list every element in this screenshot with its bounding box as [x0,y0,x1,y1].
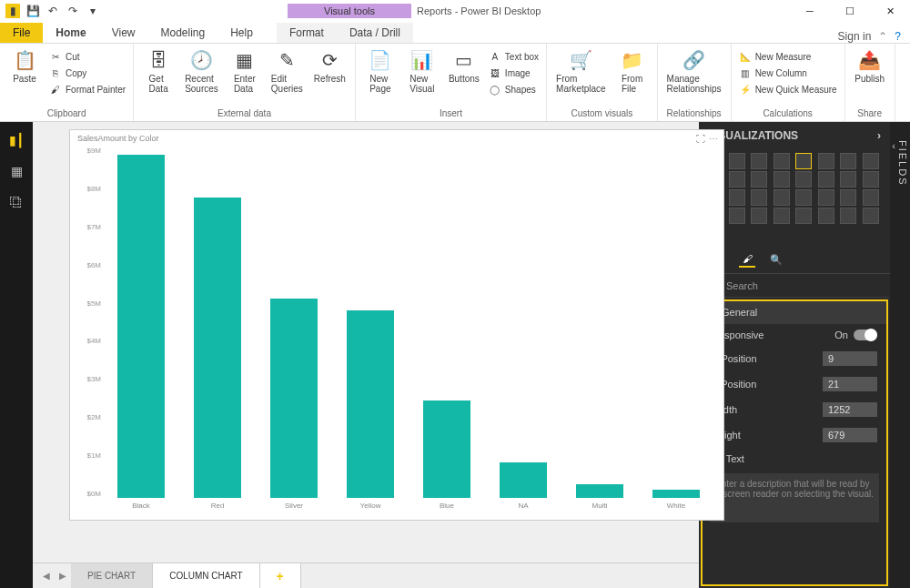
page-tab-pie[interactable]: PIE CHART [71,563,153,588]
bar-blue[interactable] [423,400,470,498]
close-button[interactable]: ✕ [870,0,910,22]
page-next-icon[interactable]: ▶ [55,571,71,581]
bar-yellow[interactable] [347,310,394,498]
page-prev-icon[interactable]: ◀ [38,571,55,581]
viz-type-22[interactable] [840,189,856,206]
viz-type-27[interactable] [774,208,790,224]
new-quick-measure-button[interactable]: ⚡New Quick Measure [737,82,839,96]
bar-na[interactable] [500,462,547,498]
visual-more-icon[interactable]: ⋯ [709,134,718,144]
xpos-input[interactable]: 9 [823,351,877,366]
format-painter-button[interactable]: 🖌Format Painter [47,82,127,96]
tab-home[interactable]: Home [43,23,98,43]
alt-text-input[interactable]: Enter a description that will be read by… [710,473,879,522]
tab-data-drill[interactable]: Data / Drill [337,23,413,43]
general-header[interactable]: ∧ General [703,301,886,324]
redo-icon[interactable]: ↷ [66,4,80,18]
viz-type-14[interactable] [840,171,856,188]
minimize-button[interactable]: ─ [790,0,830,22]
viz-type-20[interactable] [795,189,812,206]
data-view-icon[interactable]: ▦ [7,162,25,180]
viz-type-17[interactable] [729,189,745,206]
manage-relationships-button[interactable]: 🔗Manage Relationships [663,46,725,96]
page-tab-add[interactable]: + [260,563,301,588]
viz-type-5[interactable] [818,153,834,169]
page-tab-column[interactable]: COLUMN CHART [153,563,259,588]
save-icon[interactable]: 💾 [25,4,40,18]
new-column-button[interactable]: ▥New Column [737,66,839,80]
enter-data-button[interactable]: ▦Enter Data [226,46,264,96]
viz-type-31[interactable] [863,208,879,224]
tab-modeling[interactable]: Modeling [147,23,217,43]
column-chart-visual[interactable]: ⛶ ⋯ SalesAmount by Color $9M$8M$7M$6M$5M… [69,129,724,521]
viz-type-28[interactable] [795,208,812,224]
publish-button[interactable]: 📤Publish [851,46,889,86]
viz-type-23[interactable] [863,189,879,206]
viz-type-6[interactable] [840,153,856,169]
bar-multi[interactable] [576,484,623,498]
ypos-input[interactable]: 21 [823,377,877,391]
bar-white[interactable] [652,490,700,498]
viz-type-29[interactable] [818,208,834,224]
viz-type-25[interactable] [729,208,745,224]
bar-black[interactable] [117,155,165,498]
viz-type-11[interactable] [774,171,790,188]
qat-more-icon[interactable]: ▾ [86,4,100,18]
cut-button[interactable]: ✂Cut [47,49,127,64]
chevron-right-icon[interactable]: › [877,129,881,142]
bar-red[interactable] [194,198,241,498]
viz-type-7[interactable] [863,153,879,169]
viz-type-12[interactable] [795,171,812,188]
viz-type-18[interactable] [751,189,767,206]
report-canvas[interactable]: ⛶ ⋯ SalesAmount by Color $9M$8M$7M$6M$5M… [33,122,699,563]
fields-pane-collapsed[interactable]: ‹ FIELDS [890,122,910,588]
undo-icon[interactable]: ↶ [46,4,60,18]
recent-sources-button[interactable]: 🕗Recent Sources [181,46,222,96]
maximize-button[interactable]: ☐ [830,0,870,22]
from-marketplace-button[interactable]: 🛒From Marketplace [552,46,609,96]
viz-type-2[interactable] [751,153,767,169]
viz-type-4[interactable] [795,153,812,169]
chevron-up-icon[interactable]: ⌃ [878,30,887,43]
height-input[interactable]: 679 [823,428,877,442]
tab-file[interactable]: File [0,23,43,43]
image-button[interactable]: 🖼Image [487,66,541,80]
format-search[interactable]: 🔎 Search [699,274,890,298]
analytics-icon[interactable]: 🔍 [768,251,784,268]
from-file-button[interactable]: 📁From File [613,46,652,96]
report-view-icon[interactable]: ▮┃ [7,131,25,149]
textbox-button[interactable]: AText box [487,49,541,64]
model-view-icon[interactable]: ⿻ [7,193,25,211]
tab-format[interactable]: Format [277,23,337,43]
buttons-button[interactable]: ▭Buttons [445,46,483,86]
format-general-section: ∧ General Responsive On X Position9 Y Po… [701,299,888,586]
width-input[interactable]: 1252 [823,402,877,417]
viz-type-30[interactable] [840,208,856,224]
tab-help[interactable]: Help [217,23,266,43]
viz-type-26[interactable] [751,208,767,224]
new-visual-button[interactable]: 📊New Visual [403,46,441,96]
focus-mode-icon[interactable]: ⛶ [696,134,705,144]
viz-type-3[interactable] [774,153,790,169]
copy-button[interactable]: ⎘Copy [47,66,127,80]
viz-type-15[interactable] [863,171,879,188]
help-icon[interactable]: ? [895,30,901,43]
edit-queries-button[interactable]: ✎Edit Queries [268,46,307,96]
tab-view[interactable]: View [99,23,148,43]
viz-type-9[interactable] [729,171,745,188]
viz-type-10[interactable] [751,171,767,188]
shapes-button[interactable]: ◯Shapes [487,82,541,96]
format-roller-icon[interactable]: 🖌 [739,251,755,268]
sign-in-link[interactable]: Sign in [838,30,872,43]
refresh-button[interactable]: ⟳Refresh [310,46,349,86]
new-page-button[interactable]: 📄New Page [361,46,399,96]
viz-type-13[interactable] [818,171,834,188]
bar-silver[interactable] [270,299,318,498]
paste-button[interactable]: 📋Paste [5,46,44,86]
viz-type-19[interactable] [774,189,790,206]
viz-type-1[interactable] [729,153,745,169]
responsive-toggle[interactable]: On [834,329,877,340]
viz-type-21[interactable] [818,189,834,206]
get-data-button[interactable]: 🗄Get Data [139,46,177,96]
new-measure-button[interactable]: 📐New Measure [737,49,839,64]
